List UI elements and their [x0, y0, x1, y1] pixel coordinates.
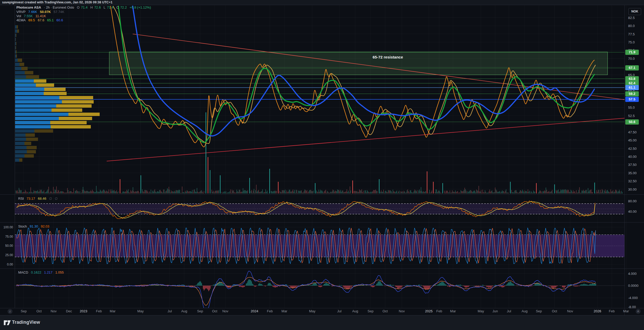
symbol-legend[interactable]: Photocure ASA · 2h · Euronext Oslo O 71.…: [16, 5, 153, 9]
macd-line-value: 1.217: [44, 270, 53, 274]
time-tick-label: Sep: [536, 309, 542, 313]
ohlc-open-value: 71.4: [81, 5, 87, 9]
macd-hist-value: 0.1622: [31, 270, 41, 274]
time-tick-label: Jul: [337, 309, 342, 313]
time-tick-label: Jul: [507, 309, 511, 313]
time-tick-label: Mar: [623, 309, 629, 313]
stoch-d-value: 92.03: [41, 224, 49, 228]
price-level-label: 71.9: [625, 50, 639, 55]
time-tick-label: Mar: [282, 309, 287, 313]
ohlc-low-value: 71.4: [107, 5, 113, 9]
resistance-annotation[interactable]: 65-72 resistance: [373, 55, 403, 59]
stoch-legend[interactable]: Stoch 91.30 92.03: [18, 224, 51, 228]
bottom-toolbar: TradingView: [0, 315, 644, 330]
volume-label: Vol: [16, 14, 21, 18]
macd-label: MACD: [18, 270, 28, 274]
price-level-label: 50.6: [625, 119, 639, 125]
time-tick-label: Oct: [36, 309, 42, 313]
tradingview-brand-text[interactable]: TradingView: [12, 320, 40, 325]
price-tick-label: 47.50: [628, 130, 637, 134]
vrvp-legend[interactable]: VRVP 7.66K 50.07K 57.74K: [16, 10, 66, 14]
vrvp-value-1: 7.66K: [28, 10, 37, 14]
volume-value: 7.55K: [24, 14, 33, 18]
price-level-label: 67.1: [625, 65, 639, 70]
chart-canvas[interactable]: [0, 0, 644, 330]
price-tick-label: 52.5: [628, 114, 635, 118]
stoch-tick-label: 100.00: [0, 225, 13, 229]
ema-value-3: 65.1: [47, 18, 54, 22]
rsi-label: RSI: [18, 197, 24, 200]
stoch-tick-label: 0.00: [0, 263, 13, 266]
rsi-value: 73.17: [27, 197, 35, 200]
price-tick-label: 70.0: [628, 56, 635, 60]
price-tick-label: 40.00: [628, 154, 637, 158]
price-tick-label: 45.00: [628, 138, 637, 142]
rsi-empty-2: ∅: [55, 197, 58, 200]
time-tick-label: Sep: [197, 309, 203, 313]
macd-tick-label: 0.0000: [628, 284, 639, 288]
ema-legend[interactable]: 4EMA 69.5 67.6 65.1 60.6: [16, 18, 65, 22]
price-tick-label: 75.0: [628, 40, 635, 44]
time-tick-label: Jul: [168, 309, 172, 313]
tradingview-chart-window: savepiginvest created with TradingView.c…: [0, 0, 644, 330]
time-tick-label: Aug: [352, 309, 358, 313]
ema-value-4: 60.6: [56, 18, 63, 22]
stoch-k-value: 91.30: [30, 224, 38, 228]
price-tick-label: 55.0: [628, 106, 635, 109]
time-tick-label: Aug: [521, 309, 527, 313]
time-tick-label: 2023: [80, 309, 87, 313]
time-tick-label: Nov: [222, 309, 228, 313]
time-tick-label: 2024: [251, 309, 258, 313]
timezone-button[interactable]: z: [8, 309, 12, 314]
time-tick-label: Oct: [552, 309, 557, 313]
rsi-legend[interactable]: RSI 73.17 68.46 ∅ ∅: [18, 197, 60, 200]
ohlc-close-label: C: [116, 5, 119, 9]
change-value: +0.8 (+1.12%): [130, 5, 151, 9]
time-tick-label: Sep: [367, 309, 373, 313]
stoch-tick-label: 25.00: [0, 253, 13, 257]
currency-toggle-button[interactable]: NOK: [628, 8, 641, 15]
symbol-detail: · 2h · Euronext Oslo: [44, 5, 74, 9]
price-tick-label: 37.50: [628, 163, 637, 167]
time-tick-label: Feb: [267, 309, 273, 313]
time-tick-label: Dec: [66, 309, 72, 313]
time-tick-label: Mar: [450, 309, 456, 313]
volume-ma-value: 11.41K: [35, 14, 46, 18]
ema-value-2: 67.6: [38, 18, 44, 22]
macd-tick-label: -8.00: [628, 305, 636, 309]
time-tick-label: May: [137, 309, 144, 313]
time-tick-label: Nov: [567, 309, 573, 313]
rsi-tick-label: 40.00: [628, 210, 637, 213]
price-level-label: 59.2: [625, 91, 639, 96]
ohlc-high-value: 72.6: [94, 5, 101, 9]
macd-legend[interactable]: MACD 0.1622 1.217 1.055: [18, 270, 66, 274]
rsi-tick-label: 80.00: [628, 199, 637, 203]
time-tick-label: Nov: [50, 309, 56, 313]
price-level-label: 57.5: [625, 97, 639, 102]
ohlc-open-label: O: [77, 5, 79, 9]
price-tick-label: 42.50: [628, 146, 637, 150]
time-tick-label: Mar: [110, 309, 116, 313]
time-tick-label: 2025: [425, 309, 433, 313]
ohlc-close-value: 72.2: [120, 5, 127, 9]
price-tick-label: 35.00: [628, 171, 637, 175]
macd-tick-label: 4.000: [628, 271, 637, 275]
price-tick-label: 77.5: [628, 32, 635, 36]
time-tick-label: May: [478, 309, 484, 313]
time-tick-label: 2026: [594, 309, 601, 313]
time-tick-label: Aug: [181, 309, 187, 313]
ema-value-1: 69.5: [28, 18, 35, 22]
ema-label: 4EMA: [16, 18, 25, 22]
price-tick-label: 30.00: [628, 187, 637, 191]
price-level-label: 61.1: [625, 85, 639, 90]
stoch-label: Stoch: [18, 224, 27, 228]
price-tick-label: 80.0: [628, 24, 635, 28]
vrvp-label: VRVP: [16, 10, 25, 14]
price-tick-label: 82.5: [628, 16, 635, 20]
time-tick-label: Sep: [21, 309, 27, 313]
volume-legend[interactable]: Vol 7.55K 11.41K: [16, 14, 48, 18]
auto-scale-button[interactable]: A: [636, 309, 641, 314]
time-tick-label: Oct: [382, 309, 388, 313]
time-tick-label: Nov: [399, 309, 405, 313]
tradingview-logo-icon[interactable]: [3, 319, 11, 326]
